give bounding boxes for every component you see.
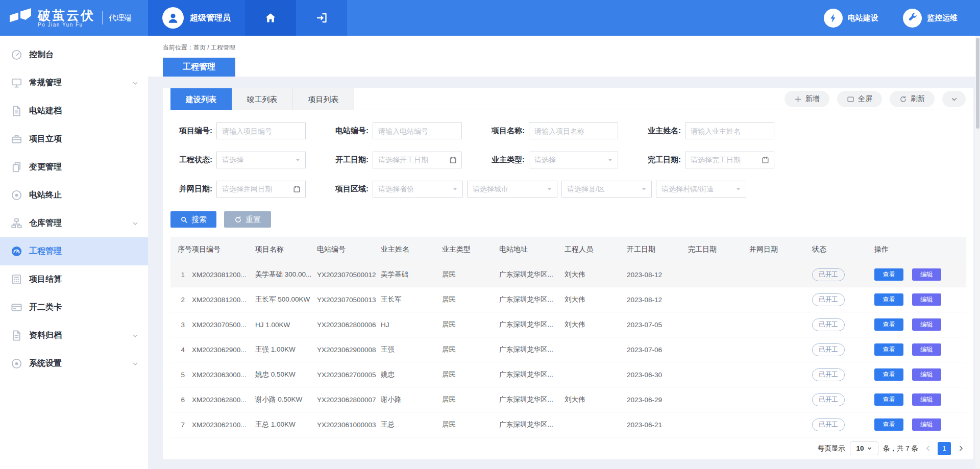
county-select[interactable]: 请选择县/区 — [561, 181, 652, 198]
calendar-icon — [293, 185, 301, 193]
user-menu[interactable]: 超级管理员 — [148, 0, 245, 36]
province-select[interactable]: 请选择省份 — [373, 181, 463, 198]
cell-address: 广东深圳龙华区... — [496, 262, 561, 287]
chevron-right-icon — [957, 445, 965, 452]
project-no-input[interactable] — [216, 122, 306, 139]
sidebar-item-change-mgmt[interactable]: 变更管理 — [0, 153, 148, 181]
col-status: 状态 — [808, 237, 871, 262]
col-start-date: 开工日期 — [623, 237, 684, 262]
calendar-icon — [449, 156, 457, 164]
select-placeholder: 请选择 — [534, 156, 556, 165]
cell-grid-date — [746, 337, 808, 362]
home-button[interactable] — [245, 0, 296, 36]
per-page-select[interactable]: 10 — [850, 441, 878, 455]
edit-button[interactable]: 编辑 — [912, 343, 941, 356]
project-name-input[interactable] — [529, 122, 618, 139]
cell-owner: HJ — [377, 312, 438, 337]
nav-station-build[interactable]: 电站建设 — [824, 9, 878, 28]
sidebar-item-dashboard[interactable]: 控制台 — [0, 41, 148, 69]
logout-button[interactable] — [296, 0, 347, 36]
refresh-button[interactable]: 刷新 — [890, 91, 935, 107]
collapse-toolbar-button[interactable] — [942, 91, 966, 107]
nav-monitor-ops[interactable]: 监控运维 — [903, 9, 958, 28]
filter-owner-type: 业主类型: 请选择 — [483, 152, 639, 168]
sidebar-item-system-settings[interactable]: 系统设置 — [0, 350, 148, 378]
cell-no: 6 — [170, 387, 188, 412]
logout-icon — [315, 12, 328, 24]
col-project-no: 项目编号 — [188, 237, 252, 262]
town-select[interactable]: 请选择村镇/街道 — [656, 181, 746, 198]
filter-start-date: 开工日期: 请选择开工日期 — [327, 152, 483, 168]
cell-owner-type: 居民 — [438, 312, 496, 337]
col-grid-date: 并网日期 — [746, 237, 808, 262]
sidebar-item-station-archive[interactable]: 电站建档 — [0, 97, 148, 125]
cell-owner: 姚忠 — [377, 362, 438, 387]
scrollbar-thumb[interactable] — [976, 38, 979, 129]
projects-table: 序号 项目编号 项目名称 电站编号 业主姓名 业主类型 电站地址 工程人员 开工… — [170, 237, 966, 437]
sidebar-item-data-archive[interactable]: 资料归档 — [0, 322, 148, 350]
filter-row-1: 项目编号: 电站编号: 项目名称: 业主姓名: — [170, 122, 966, 139]
view-button[interactable]: 查看 — [874, 368, 903, 381]
circle-dot-icon — [11, 189, 22, 201]
tab-build-list[interactable]: 建设列表 — [170, 88, 232, 110]
grid-date-picker[interactable]: 请选择并网日期 — [216, 181, 306, 198]
status-badge: 已开工 — [812, 318, 845, 331]
card-icon — [11, 302, 22, 313]
edit-button[interactable]: 编辑 — [912, 393, 941, 406]
finish-date-picker[interactable]: 请选择完工日期 — [685, 152, 774, 168]
tab-completion-list[interactable]: 竣工列表 — [232, 88, 293, 110]
cell-no: 2 — [170, 287, 188, 312]
edit-button[interactable]: 编辑 — [912, 293, 941, 306]
table-row: 4 XM2023062900... 王强 1.00KW YX2023062900… — [170, 337, 966, 362]
owner-name-input[interactable] — [685, 122, 774, 139]
sidebar-item-warehouse-mgmt[interactable]: 仓库管理 — [0, 209, 148, 237]
next-page-button[interactable] — [955, 442, 966, 455]
sidebar-item-engineering-mgmt[interactable]: 工程管理 — [0, 237, 148, 265]
sidebar-item-station-terminate[interactable]: 电站终止 — [0, 181, 148, 209]
work-status-select[interactable]: 请选择 — [216, 152, 306, 168]
sidebar-item-project-approval[interactable]: 项目立项 — [0, 125, 148, 153]
cell-owner: 王强 — [377, 337, 438, 362]
col-no: 序号 — [170, 237, 188, 262]
status-badge: 已开工 — [812, 343, 845, 356]
cell-project-no: XM2023070500... — [188, 312, 252, 337]
search-button[interactable]: 搜索 — [170, 211, 216, 228]
add-button[interactable]: 新增 — [785, 91, 829, 107]
prev-page-button[interactable] — [923, 442, 933, 455]
edit-button[interactable]: 编辑 — [912, 268, 941, 281]
edit-button[interactable]: 编辑 — [912, 418, 941, 431]
view-button[interactable]: 查看 — [874, 268, 903, 281]
filter-station-no: 电站编号: — [327, 122, 483, 139]
view-button[interactable]: 查看 — [874, 393, 903, 406]
cell-project-name: 王强 1.00KW — [252, 337, 313, 362]
tab-project-list[interactable]: 项目列表 — [293, 88, 354, 110]
page-number-button[interactable]: 1 — [938, 442, 951, 455]
sidebar-item-label: 变更管理 — [29, 162, 62, 172]
cell-station-no: YX2023070500012 — [313, 262, 377, 287]
owner-type-select[interactable]: 请选择 — [529, 152, 618, 168]
fullscreen-button[interactable]: 全屏 — [837, 91, 882, 107]
cell-grid-date — [746, 387, 808, 412]
view-button[interactable]: 查看 — [874, 343, 903, 356]
city-select[interactable]: 请选择城市 — [467, 181, 557, 198]
sidebar-item-general-mgmt[interactable]: 常规管理 — [0, 69, 148, 97]
sidebar-item-type2-card[interactable]: 开二类卡 — [0, 293, 148, 322]
col-address: 电站地址 — [496, 237, 561, 262]
select-placeholder: 请选择城市 — [473, 185, 508, 194]
start-date-picker[interactable]: 请选择开工日期 — [373, 152, 462, 168]
station-no-input[interactable] — [373, 122, 462, 139]
cell-owner-type: 居民 — [438, 262, 496, 287]
edit-button[interactable]: 编辑 — [912, 318, 941, 331]
page-title-tab[interactable]: 工程管理 — [163, 58, 235, 77]
view-button[interactable]: 查看 — [874, 293, 903, 306]
cell-project-name: HJ 1.00KW — [252, 312, 313, 337]
reset-button[interactable]: 重置 — [224, 211, 271, 228]
archive-file-icon — [11, 330, 22, 341]
col-project-name: 项目名称 — [252, 237, 313, 262]
edit-button[interactable]: 编辑 — [912, 368, 941, 381]
cell-finish-date — [684, 287, 746, 312]
view-button[interactable]: 查看 — [874, 318, 903, 331]
sidebar-item-project-settlement[interactable]: 项目结算 — [0, 265, 148, 293]
view-button[interactable]: 查看 — [874, 418, 903, 431]
cell-finish-date — [684, 387, 746, 412]
